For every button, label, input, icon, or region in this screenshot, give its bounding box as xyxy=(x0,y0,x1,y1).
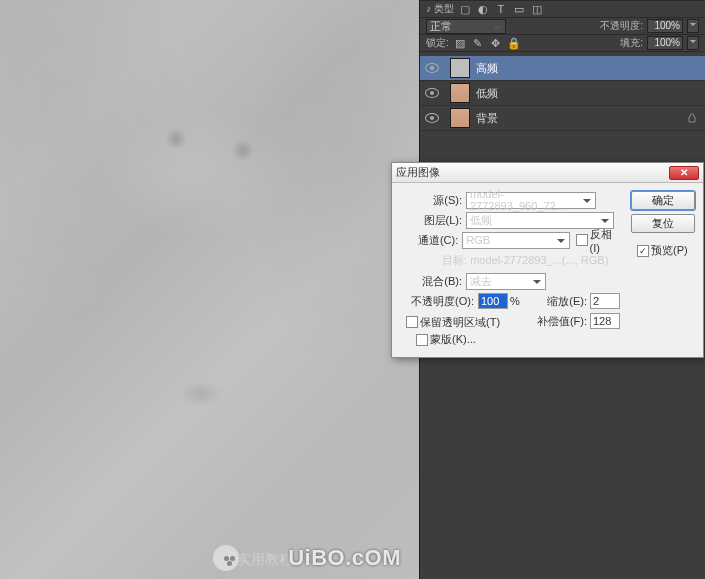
layer-kind-filter-row: ♪ 类型 ▢ ◐ T ▭ ◫ xyxy=(420,1,705,18)
layer-row[interactable]: 背景 xyxy=(420,106,705,131)
layer-name[interactable]: 高频 xyxy=(476,61,498,76)
fill-dropdown-icon[interactable] xyxy=(687,36,699,50)
target-value: model-2772893_...(..., RGB) xyxy=(470,254,608,266)
watermark-logo-icon xyxy=(213,545,239,571)
apply-image-dialog: 应用图像 ✕ 确定 复位 ✓ 预览(P) 源(S): model-2772893… xyxy=(391,162,704,358)
watermark-site: UiBO.cOM xyxy=(288,545,401,571)
opacity-input[interactable] xyxy=(478,293,508,309)
filter-smart-icon[interactable]: ◫ xyxy=(530,2,544,16)
scale-input[interactable] xyxy=(590,293,620,309)
eye-icon xyxy=(425,113,439,123)
fill-value[interactable]: 100% xyxy=(647,36,683,50)
opacity-label: 不透明度: xyxy=(600,19,643,33)
blend-mode-select[interactable]: 正常 xyxy=(426,19,506,34)
lock-fill-row: 锁定: ▨ ✎ ✥ 🔒 填充: 100% xyxy=(420,35,705,52)
mask-checkbox[interactable] xyxy=(416,334,428,346)
lock-all-icon[interactable]: 🔒 xyxy=(507,36,521,50)
layer-label: 图层(L): xyxy=(400,213,466,228)
layer-select[interactable]: 低频 xyxy=(466,212,614,229)
invert-label: 反相(I) xyxy=(590,227,620,254)
opacity-value[interactable]: 100% xyxy=(647,19,683,33)
fill-label: 填充: xyxy=(620,36,643,50)
layer-name[interactable]: 低频 xyxy=(476,86,498,101)
opacity-label: 不透明度(O): xyxy=(400,294,478,309)
offset-label: 补偿值(F): xyxy=(537,314,587,329)
channel-select[interactable]: RGB xyxy=(462,232,570,249)
target-label: 目标: xyxy=(442,254,467,266)
layer-name[interactable]: 背景 xyxy=(476,111,498,126)
eye-icon xyxy=(425,88,439,98)
source-select[interactable]: model-2772893_960_72... xyxy=(466,192,596,209)
lock-move-icon[interactable]: ✥ xyxy=(489,36,503,50)
visibility-toggle[interactable] xyxy=(420,113,444,123)
eye-icon xyxy=(425,63,439,73)
filter-shape-icon[interactable]: ▭ xyxy=(512,2,526,16)
invert-checkbox[interactable] xyxy=(576,234,587,246)
preview-label: 预览(P) xyxy=(651,243,688,258)
filter-type-icon[interactable]: T xyxy=(494,2,508,16)
document-canvas[interactable]: 实用教程 UiBO.cOM xyxy=(0,0,419,579)
scale-label: 缩放(E): xyxy=(547,294,587,309)
layer-thumbnail[interactable] xyxy=(450,83,470,103)
preserve-transparency-label: 保留透明区域(T) xyxy=(420,315,500,330)
channel-label: 通道(C): xyxy=(400,233,462,248)
blend-label: 混合(B): xyxy=(400,274,466,289)
visibility-toggle[interactable] xyxy=(420,63,444,73)
kind-label: ♪ 类型 xyxy=(426,2,454,16)
cancel-button[interactable]: 复位 xyxy=(631,214,695,233)
opacity-dropdown-icon[interactable] xyxy=(687,19,699,33)
layer-thumbnail[interactable] xyxy=(450,108,470,128)
layers-list: 高频 低频 背景 xyxy=(420,56,705,131)
preview-checkbox[interactable]: ✓ xyxy=(637,245,649,257)
watermark-text: 实用教程 xyxy=(237,551,293,569)
visibility-toggle[interactable] xyxy=(420,88,444,98)
mask-label: 蒙版(K)... xyxy=(430,332,476,347)
blend-select[interactable]: 减去 xyxy=(466,273,546,290)
dialog-title: 应用图像 xyxy=(396,165,440,180)
blend-opacity-row: 正常 不透明度: 100% xyxy=(420,18,705,35)
preserve-transparency-checkbox[interactable] xyxy=(406,316,418,328)
lock-brush-icon[interactable]: ✎ xyxy=(471,36,485,50)
close-button[interactable]: ✕ xyxy=(669,166,699,180)
layer-row[interactable]: 高频 xyxy=(420,56,705,81)
filter-image-icon[interactable]: ▢ xyxy=(458,2,472,16)
layer-thumbnail[interactable] xyxy=(450,58,470,78)
lock-label: 锁定: xyxy=(426,36,449,50)
filter-adjust-icon[interactable]: ◐ xyxy=(476,2,490,16)
source-label: 源(S): xyxy=(400,193,466,208)
layer-row[interactable]: 低频 xyxy=(420,81,705,106)
offset-input[interactable] xyxy=(590,313,620,329)
lock-transparent-icon[interactable]: ▨ xyxy=(453,36,467,50)
dialog-titlebar[interactable]: 应用图像 ✕ xyxy=(392,163,703,183)
percent-suffix: % xyxy=(510,295,520,307)
lock-icon xyxy=(687,113,697,123)
ok-button[interactable]: 确定 xyxy=(631,191,695,210)
